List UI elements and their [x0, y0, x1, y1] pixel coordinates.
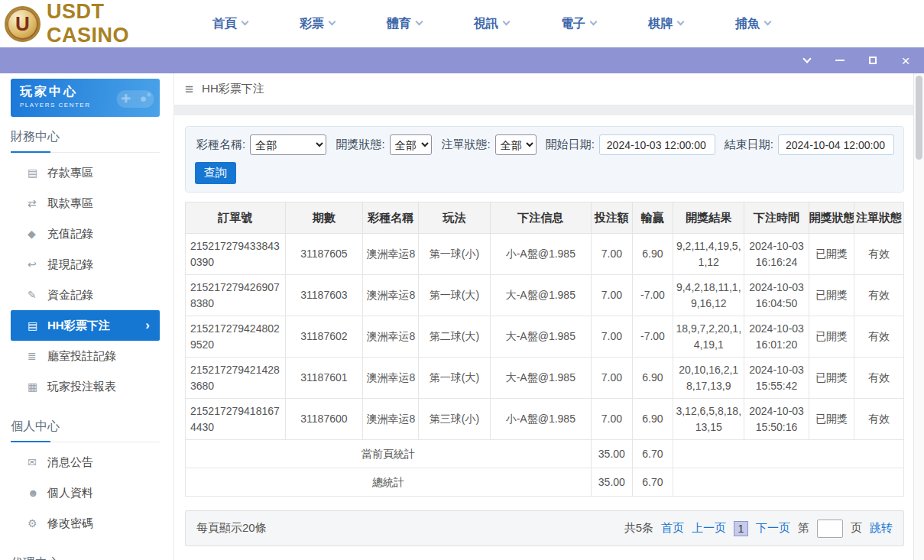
withdrawal-records-icon: ↩	[28, 258, 47, 270]
sidebar-item-announcements[interactable]: ✉消息公告	[0, 447, 173, 477]
deposit-icon: ▤	[28, 167, 47, 179]
chevron-right-icon: ›	[145, 318, 150, 333]
nav-item-fishing[interactable]: 捕魚	[709, 8, 796, 40]
search-button[interactable]: 查詢	[195, 162, 236, 184]
total-count-text: 共5条	[624, 521, 653, 536]
minimize-button[interactable]	[834, 54, 846, 66]
sidebar-item-hh-lottery-bets[interactable]: ▤HH彩票下注›	[11, 310, 160, 341]
cell-order-no: 2152172794214283680	[186, 358, 286, 399]
bets-table: 訂單號期數彩種名稱玩法下注信息投注額輸贏開獎結果下注時間開獎狀態注單狀態 215…	[185, 202, 904, 497]
nav-item-label: 彩票	[300, 16, 324, 32]
filter-panel: 彩種名稱: 全部 開獎狀態: 全部 注單狀態: 全部 開始日期: 結束日期: 查…	[185, 126, 904, 193]
nav-item-label: 捕魚	[735, 16, 760, 32]
breadcrumb: ≡ HH彩票下注	[174, 73, 913, 105]
nav-item-home[interactable]: 首頁	[186, 8, 274, 40]
column-header: 開獎結果	[673, 202, 744, 234]
nav-item-label: 電子	[561, 16, 585, 32]
column-header: 期數	[285, 202, 363, 234]
menu-toggle-icon[interactable]: ≡	[185, 81, 193, 98]
app-body: 玩家中心 PLAYERS CENTER 財務中心▤存款專區⇄取款專區◆充值記錄↩…	[0, 73, 924, 560]
close-button[interactable]: ×	[900, 54, 912, 66]
page-jump-input[interactable]	[817, 520, 843, 538]
cell-bet-status: 有效	[854, 316, 904, 358]
announcements-icon: ✉	[28, 456, 47, 468]
end-date-input[interactable]	[778, 134, 894, 155]
cell-result: 3,12,6,5,8,18,13,15	[673, 399, 744, 440]
lottery-select[interactable]: 全部	[250, 134, 326, 155]
main-nav: 首頁彩票體育視訊電子棋牌捕魚	[186, 8, 796, 40]
cell-bet-status: 有效	[854, 275, 904, 316]
cell-bet-status: 有效	[854, 358, 904, 399]
chevron-down-icon	[677, 18, 685, 26]
cell-bet-info: 大-A盤@1.985	[490, 358, 592, 399]
nav-item-sports[interactable]: 體育	[361, 8, 448, 40]
total-summary-row: 總統計 35.00 6.70	[186, 468, 904, 497]
sidebar-item-label: 個人資料	[47, 486, 93, 500]
sidebar-item-deposit[interactable]: ▤存款專區	[0, 157, 173, 188]
maximize-button[interactable]	[867, 54, 879, 66]
jump-suffix-text: 页	[851, 521, 862, 536]
cell-lottery: 澳洲幸运8	[363, 275, 419, 316]
sidebar-item-label: 提現記錄	[47, 257, 93, 272]
table-row: 215217279426907838031187603澳洲幸运8第一球(大)大-…	[186, 275, 904, 316]
bet-status-select[interactable]: 全部	[495, 134, 537, 155]
cell-order-no: 2152172794338430390	[186, 234, 286, 275]
cell-bet-status: 有效	[854, 399, 904, 440]
maximize-icon	[869, 57, 877, 64]
start-date-label: 開始日期:	[546, 138, 595, 152]
sidebar: 玩家中心 PLAYERS CENTER 財務中心▤存款專區⇄取款專區◆充值記錄↩…	[0, 73, 174, 560]
sidebar-item-withdrawal-records[interactable]: ↩提現記錄	[0, 249, 173, 280]
sidebar-item-profile[interactable]: ☻個人資料	[0, 477, 173, 508]
sidebar-item-label: 充值記錄	[47, 227, 93, 241]
sidebar-item-recharge-records[interactable]: ◆充值記錄	[0, 218, 173, 249]
logo[interactable]: U USDT CASINO	[0, 0, 186, 47]
cell-period: 31187603	[285, 275, 363, 316]
cell-bet-info: 大-A盤@1.985	[490, 275, 592, 316]
cell-bet-amount: 7.00	[592, 358, 633, 399]
cell-period: 31187602	[285, 316, 363, 358]
nav-item-electronic[interactable]: 電子	[535, 8, 622, 40]
cell-order-no: 2152172794248029520	[186, 316, 286, 358]
chevron-down-icon	[590, 18, 598, 26]
start-date-input[interactable]	[599, 134, 715, 155]
cell-result: 18,9,7,2,20,1,4,19,1	[673, 316, 744, 358]
page-summary-empty	[673, 440, 904, 468]
scrollbar-thumb[interactable]	[916, 76, 922, 160]
cell-play: 第一球(小)	[419, 234, 490, 275]
draw-status-filter-label: 開獎狀態:	[336, 138, 384, 152]
column-header: 彩種名稱	[363, 202, 419, 234]
nav-item-video[interactable]: 視訊	[448, 8, 535, 40]
table-footer: 每頁顯示20條 共5条 首页 上一页 1 下一页 第 页 跳转	[185, 510, 904, 546]
cell-period: 31187601	[285, 358, 363, 399]
sidebar-item-player-bet-report[interactable]: ▦玩家投注報表	[0, 371, 173, 402]
cell-bet-amount: 7.00	[592, 399, 633, 440]
first-page-link[interactable]: 首页	[661, 521, 684, 536]
nav-item-board-games[interactable]: 棋牌	[622, 8, 709, 40]
sidebar-item-withdraw[interactable]: ⇄取款專區	[0, 188, 173, 218]
table-row: 215217279424802952031187602澳洲幸运8第二球(大)大-…	[186, 316, 904, 358]
cell-lottery: 澳洲幸运8	[363, 399, 419, 440]
funds-records-icon: ✎	[28, 289, 47, 301]
prev-page-link[interactable]: 上一页	[692, 521, 726, 536]
column-header: 投注額	[592, 202, 633, 234]
jump-button[interactable]: 跳转	[870, 521, 893, 536]
nav-item-lottery[interactable]: 彩票	[274, 8, 361, 40]
collapse-chevron-icon[interactable]	[801, 54, 813, 66]
next-page-link[interactable]: 下一页	[756, 521, 790, 536]
sidebar-item-change-password[interactable]: ⚙修改密碼	[0, 508, 173, 539]
page-summary-bet-total: 35.00	[592, 440, 633, 468]
nav-item-label: 體育	[387, 16, 411, 32]
sidebar-item-funds-records[interactable]: ✎資金記錄	[0, 280, 173, 310]
cell-win-loss: 6.90	[632, 358, 673, 399]
cell-lottery: 澳洲幸运8	[363, 234, 419, 275]
sidebar-item-hall-bet-records[interactable]: ≣廳室投註記錄	[0, 341, 173, 371]
logo-icon: U	[5, 6, 41, 42]
bet-status-filter-label: 注單狀態:	[441, 138, 490, 152]
cell-win-loss: 6.90	[632, 399, 673, 440]
draw-status-select[interactable]: 全部	[390, 134, 433, 155]
column-header: 訂單號	[186, 202, 286, 234]
current-page-indicator[interactable]: 1	[734, 521, 748, 536]
cell-bet-amount: 7.00	[592, 316, 633, 358]
main-content: ≡ HH彩票下注 彩種名稱: 全部 開獎狀態: 全部 注單狀態: 全部 開始日期…	[174, 73, 913, 560]
scrollbar[interactable]	[913, 73, 924, 560]
